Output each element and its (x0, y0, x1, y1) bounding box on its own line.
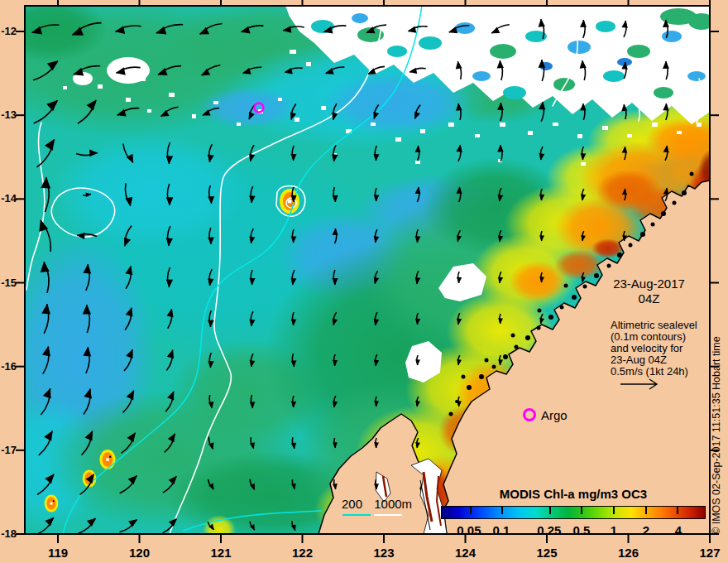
colorbar-tick (470, 507, 472, 514)
island (629, 243, 633, 248)
data-speckle (568, 41, 591, 54)
cloud-speckle (395, 137, 401, 142)
data-speckle (490, 44, 516, 59)
island (682, 190, 687, 195)
cloud-speckle (213, 101, 218, 104)
island (583, 285, 587, 289)
island (572, 295, 577, 300)
data-speckle (352, 13, 368, 23)
reef-rock (109, 456, 111, 458)
isobath-1000-line (374, 514, 402, 516)
cloud-speckle (528, 131, 533, 135)
x-axis-label: 120 (122, 546, 158, 560)
cloud-speckle (147, 109, 151, 113)
x-axis-label: 122 (285, 546, 321, 560)
cloud-speckle (448, 123, 454, 127)
chlorophyll-blob (596, 170, 662, 211)
cloud-speckle (457, 79, 463, 84)
island (661, 211, 666, 216)
island (467, 385, 472, 390)
y-axis-label: -14 (0, 192, 17, 205)
cloud-speckle (697, 123, 702, 127)
note-line: 23-Aug 04Z (611, 354, 697, 366)
island (673, 201, 677, 205)
y-axis-label: -18 (0, 527, 17, 540)
data-speckle (455, 22, 475, 34)
data-speckle (419, 36, 442, 50)
data-speckle (687, 71, 706, 81)
cloud-speckle (475, 134, 480, 137)
data-speckle (553, 78, 575, 91)
x-axis-label: 126 (611, 546, 647, 560)
date-line: 23-Aug-2017 (597, 277, 701, 291)
cloud-speckle (420, 129, 425, 133)
cloud-speckle (278, 98, 282, 101)
colorbar-tick (645, 507, 647, 514)
isobath-200-label: 200 (342, 497, 362, 511)
cloud-speckle (139, 76, 146, 81)
island (462, 375, 466, 379)
colorbar-tick (613, 507, 615, 514)
map-layers (0, 0, 728, 545)
island (492, 365, 496, 369)
altimetry-note: Altimetric sealevel (0.1m contours) and … (611, 320, 697, 378)
time-line: 04Z (597, 291, 701, 306)
y-axis-label: -15 (0, 277, 17, 289)
colorbar-tick (677, 507, 678, 514)
island (511, 334, 515, 338)
colorbar-tick (549, 507, 551, 514)
note-line: Altimetric sealevel (611, 320, 697, 331)
cloud-speckle (295, 118, 299, 122)
cloud-speckle (627, 134, 632, 137)
reef-lagoon (106, 458, 109, 461)
credit-text: © IMOS 02-Sep-2017 11:51:35 Hobart time (711, 321, 722, 535)
cloud-speckle (652, 123, 658, 127)
island (640, 232, 645, 237)
island (607, 264, 611, 268)
island (538, 309, 542, 313)
x-axis-label: 119 (40, 546, 76, 560)
data-speckle (662, 31, 682, 42)
x-axis-label: 127 (692, 546, 728, 560)
y-axis-label: -12 (0, 25, 17, 37)
cloud-speckle (290, 50, 296, 54)
note-line: (0.1m contours) (611, 331, 697, 343)
data-speckle (603, 70, 625, 82)
colorbar-title: MODIS Chl-a mg/m3 OC3 (441, 487, 706, 501)
island (564, 284, 568, 288)
island (548, 315, 553, 320)
argo-float-label: Argo (541, 408, 568, 422)
data-speckle (472, 71, 491, 81)
chlorophyll-blob (199, 87, 298, 128)
y-axis-label: -16 (0, 360, 17, 373)
data-speckle (654, 87, 673, 99)
x-axis-label: 124 (448, 546, 484, 560)
colorbar-tick (581, 507, 582, 514)
cloud-speckle (79, 76, 87, 81)
data-speckle (627, 45, 650, 58)
note-line: 0.5m/s (1kt 24h) (611, 366, 697, 378)
colorbar-tick-label: 0.1 (477, 523, 526, 537)
note-line: and velocity for (611, 343, 697, 354)
cloud-speckle (553, 123, 558, 126)
cloud-speckle (169, 93, 175, 97)
cloud-speckle (677, 131, 682, 134)
island (690, 172, 694, 176)
x-axis-label: 121 (203, 546, 239, 560)
cloud-speckle (63, 86, 67, 89)
cloud-speckle (124, 70, 136, 77)
colorbar-tick (501, 507, 503, 514)
data-speckle (387, 46, 407, 57)
cloud-speckle (237, 123, 241, 126)
cloud-speckle (415, 161, 420, 164)
cloud-speckle (192, 114, 196, 118)
bathymetry-legend: 200 1000m (342, 497, 412, 511)
chlorophyll-blob (50, 132, 248, 248)
cloud-speckle (602, 126, 608, 130)
isobath-200-line (342, 514, 371, 516)
island (617, 253, 622, 257)
cloud-speckle (126, 98, 131, 102)
colorbar (441, 506, 706, 519)
colorbar-tick-label: 4 (654, 523, 703, 537)
cloud-speckle (306, 62, 311, 66)
